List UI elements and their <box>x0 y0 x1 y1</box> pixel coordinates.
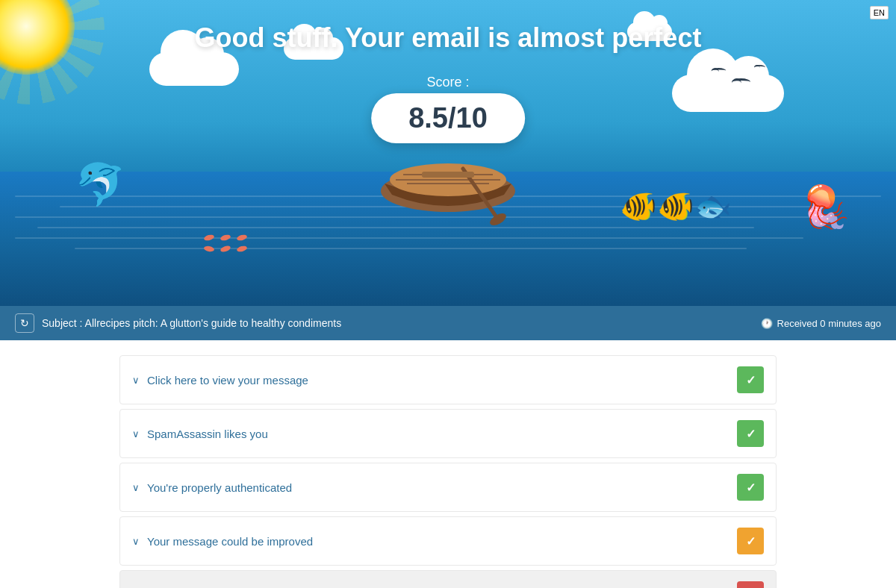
check-item-left-1: ∨SpamAssassin likes you <box>132 428 268 440</box>
check-badge-2: ✓ <box>737 474 764 501</box>
hero-title: Good stuff. Your email is almost perfect <box>0 22 896 54</box>
hero-section: Good stuff. Your email is almost perfect… <box>0 0 896 306</box>
check-badge-4: -1.5 <box>737 581 764 588</box>
score-badge: 8.5/10 <box>371 93 525 143</box>
info-bar-left: ↻ Subject : Allrecipes pitch: A glutton'… <box>15 313 341 333</box>
check-item-1[interactable]: ∨SpamAssassin likes you✓ <box>119 409 777 458</box>
check-badge-1: ✓ <box>737 420 764 447</box>
small-fish-cluster <box>202 233 254 254</box>
check-item-left-0: ∨Click here to view your message <box>132 374 308 387</box>
check-item-left-3: ∨Your message could be improved <box>132 535 313 548</box>
check-item-left-2: ∨You're properly authenticated <box>132 481 292 494</box>
check-badge-3: ✓ <box>737 528 764 554</box>
check-label-1: SpamAssassin likes you <box>147 428 268 440</box>
check-badge-0: ✓ <box>737 366 764 393</box>
dolphin: 🐬 <box>75 160 126 209</box>
bird-3 <box>754 65 765 69</box>
bird-1 <box>712 68 727 74</box>
check-label-2: You're properly authenticated <box>147 481 292 494</box>
svg-point-6 <box>488 211 508 228</box>
check-label-0: Click here to view your message <box>147 374 308 387</box>
checks-list: ∨Click here to view your message✓∨SpamAs… <box>119 355 777 588</box>
clock-icon: 🕐 <box>761 318 773 329</box>
language-flag[interactable]: EN <box>870 6 889 19</box>
chevron-icon-1: ∨ <box>132 428 140 440</box>
check-item-0[interactable]: ∨Click here to view your message✓ <box>119 355 777 404</box>
chevron-icon-2: ∨ <box>132 482 140 493</box>
check-item-2[interactable]: ∨You're properly authenticated✓ <box>119 463 777 512</box>
score-label: Score : <box>0 75 896 90</box>
svg-rect-7 <box>422 172 474 178</box>
info-bar-right: 🕐 Received 0 minutes ago <box>761 318 881 329</box>
chevron-icon-3: ∨ <box>132 536 140 547</box>
tropical-fish: 🐠🐠🐟 <box>620 189 732 224</box>
chevron-icon-0: ∨ <box>132 375 140 386</box>
check-item-4[interactable]: ›You're listed in 3 blacklists-1.5 <box>119 570 777 588</box>
check-item-3[interactable]: ∨Your message could be improved✓ <box>119 516 777 566</box>
check-label-3: Your message could be improved <box>147 535 313 548</box>
email-subject: Subject : Allrecipes pitch: A glutton's … <box>42 317 341 329</box>
jellyfish: 🪼 <box>800 183 851 231</box>
info-bar: ↻ Subject : Allrecipes pitch: A glutton'… <box>0 306 896 340</box>
refresh-button[interactable]: ↻ <box>15 313 34 333</box>
content-area: ∨Click here to view your message✓∨SpamAs… <box>0 340 896 588</box>
received-time: Received 0 minutes ago <box>777 318 881 329</box>
